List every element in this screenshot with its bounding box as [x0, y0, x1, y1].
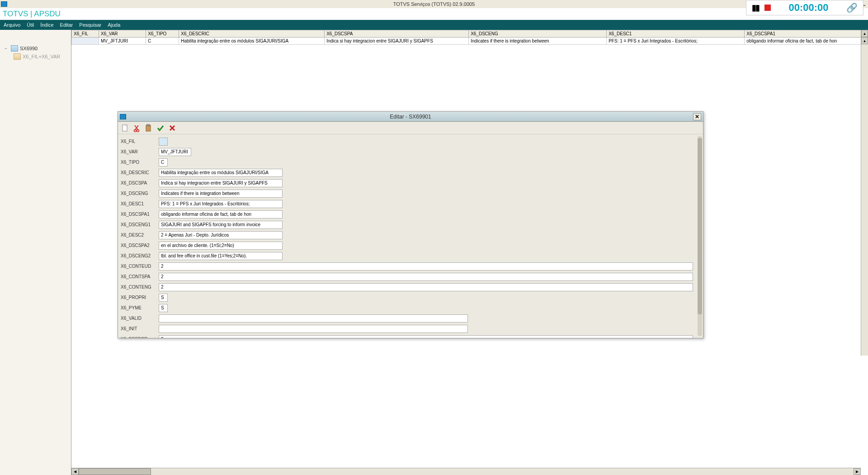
label-x6-init: X6_INIT [121, 326, 159, 331]
input-x6-descric[interactable] [159, 169, 283, 177]
close-button[interactable]: ✕ [693, 113, 701, 120]
label-x6-conteng: X6_CONTENG [121, 285, 159, 290]
label-x6-contspa: X6_CONTSPA [121, 274, 159, 279]
label-x6-propri: X6_PROPRI [121, 295, 159, 300]
input-x6-dsceng1[interactable] [159, 221, 283, 229]
dialog-body: X6_FIL X6_VAR X6_TIPO X6_DESCRIC X6_DSCS… [118, 134, 703, 338]
scroll-right-icon[interactable]: ▶ [854, 468, 861, 475]
svg-rect-3 [146, 125, 151, 131]
cell[interactable]: Habilita integração entre os módulos SIG… [179, 38, 325, 45]
input-x6-dscspa[interactable] [159, 179, 283, 187]
input-x6-init[interactable] [159, 325, 468, 333]
scroll-up-icon[interactable]: ▲ [861, 30, 868, 37]
label-x6-desc2: X6_DESC2 [121, 233, 159, 238]
cell[interactable]: Indica si hay integracion entre SIGAJURI… [325, 38, 469, 45]
svg-point-1 [134, 129, 137, 132]
collapse-icon[interactable]: − [5, 46, 9, 51]
table-icon [11, 45, 18, 52]
input-x6-var[interactable] [159, 148, 191, 156]
label-x6-defpor: X6_DEFPOR [121, 337, 159, 338]
grid-vscrollbar[interactable]: ▲ ▲ [861, 30, 868, 356]
label-x6-valid: X6_VALID [121, 316, 159, 321]
window-icon [1, 1, 7, 7]
scroll-up2-icon[interactable]: ▲ [861, 37, 868, 44]
col-x6-desc1[interactable]: X6_DESC1 [607, 30, 745, 38]
input-x6-desc2[interactable] [159, 231, 283, 239]
table-row[interactable]: MV_JFTJURI C Habilita integração entre o… [72, 38, 868, 45]
grid-area: X6_FIL X6_VAR X6_TIPO X6_DESCRIC X6_DSCS… [71, 30, 868, 475]
cell[interactable]: C [146, 38, 179, 45]
new-icon[interactable] [121, 124, 130, 133]
dialog-title: Editar - SX69901 [390, 114, 431, 120]
cell[interactable] [72, 38, 99, 45]
dialog-titlebar[interactable]: Editar - SX69901 ✕ [118, 112, 703, 122]
edit-dialog: Editar - SX69901 ✕ X6_FIL X6_VAR X6_TIPO… [118, 111, 703, 338]
input-x6-fil[interactable] [159, 138, 168, 146]
label-x6-conteud: X6_CONTEUD [121, 264, 159, 269]
col-x6-dscspa[interactable]: X6_DSCSPA [325, 30, 469, 38]
svg-point-2 [137, 129, 139, 132]
titlebar: TOTVS Serviços (TOTVS) 02.9.0005 [0, 0, 868, 8]
col-x6-fil[interactable]: X6_FIL [72, 30, 99, 38]
input-x6-desc1[interactable] [159, 200, 283, 208]
menu-pesquisar[interactable]: Pesquisar [79, 22, 101, 28]
paste-icon[interactable] [144, 124, 153, 133]
input-x6-propri[interactable] [159, 294, 168, 302]
tree-panel: − SX6990 X6_FIL+X6_VAR [0, 30, 71, 475]
cell[interactable]: Indicates if there is integration betwee… [469, 38, 607, 45]
scroll-left-icon[interactable]: ◀ [71, 468, 79, 475]
input-x6-valid[interactable] [159, 314, 468, 323]
label-x6-dscspa: X6_DSCSPA [121, 180, 159, 185]
tree-child-label: X6_FIL+X6_VAR [23, 54, 60, 59]
input-x6-dsceng[interactable] [159, 190, 283, 198]
input-x6-conteng[interactable] [159, 283, 693, 291]
dialog-toolbar [118, 122, 703, 134]
input-x6-dscspa1[interactable] [159, 210, 283, 218]
col-x6-dscspa1[interactable]: X6_DSCSPA1 [745, 30, 868, 38]
label-x6-pyme: X6_PYME [121, 305, 159, 310]
col-x6-dsceng[interactable]: X6_DSCENG [469, 30, 607, 38]
pause-icon[interactable]: ▮▮ [752, 3, 759, 13]
label-x6-var: X6_VAR [121, 149, 159, 154]
cell[interactable]: MV_JFTJURI [99, 38, 146, 45]
menu-util[interactable]: Útil [27, 22, 34, 28]
cancel-icon[interactable] [168, 124, 177, 133]
grid-hscrollbar[interactable]: ◀ ▶ [71, 468, 861, 475]
recorder-bar: ▮▮ 00:00:00 🔗 [746, 0, 863, 15]
stop-icon[interactable] [764, 5, 771, 11]
col-x6-tipo[interactable]: X6_TIPO [146, 30, 179, 38]
input-x6-dsceng2[interactable] [159, 252, 283, 260]
scrollbar-thumb[interactable] [698, 138, 702, 314]
cell[interactable]: obligando informar oficina de fact, tab … [745, 38, 868, 45]
data-grid[interactable]: X6_FIL X6_VAR X6_TIPO X6_DESCRIC X6_DSCS… [71, 30, 868, 45]
svg-rect-4 [147, 124, 150, 126]
index-icon [14, 53, 21, 60]
input-x6-tipo[interactable] [159, 158, 168, 166]
label-x6-descric: X6_DESCRIC [121, 170, 159, 175]
menu-arquivo[interactable]: Arquivo [4, 22, 20, 28]
input-x6-pyme[interactable] [159, 304, 168, 312]
hscroll-thumb[interactable] [79, 468, 151, 475]
cut-icon[interactable] [132, 124, 142, 133]
link-icon[interactable]: 🔗 [846, 2, 858, 13]
input-x6-contspa[interactable] [159, 273, 693, 281]
menu-indice[interactable]: Índice [40, 22, 53, 28]
tree-root[interactable]: − SX6990 [2, 44, 71, 52]
menu-ajuda[interactable]: Ajuda [108, 22, 120, 28]
confirm-icon[interactable] [156, 124, 165, 133]
tree-child[interactable]: X6_FIL+X6_VAR [11, 52, 71, 61]
menu-editar[interactable]: Editar [60, 22, 73, 28]
label-x6-dsceng1: X6_DSCENG1 [121, 222, 159, 227]
col-x6-descric[interactable]: X6_DESCRIC [179, 30, 325, 38]
label-x6-dscspa2: X6_DSCSPA2 [121, 243, 159, 248]
input-x6-conteud[interactable] [159, 262, 693, 271]
dialog-scrollbar[interactable] [698, 136, 702, 336]
label-x6-tipo: X6_TIPO [121, 160, 159, 165]
cell[interactable]: PFS: 1 = PFS x Juri Integrados - Escritó… [607, 38, 745, 45]
input-x6-dscspa2[interactable] [159, 242, 283, 250]
window-title: TOTVS Serviços (TOTVS) 02.9.0005 [393, 1, 475, 7]
menubar: Arquivo Útil Índice Editar Pesquisar Aju… [0, 20, 868, 30]
dialog-icon [120, 114, 126, 119]
col-x6-var[interactable]: X6_VAR [99, 30, 146, 38]
input-x6-defpor[interactable] [159, 335, 693, 338]
